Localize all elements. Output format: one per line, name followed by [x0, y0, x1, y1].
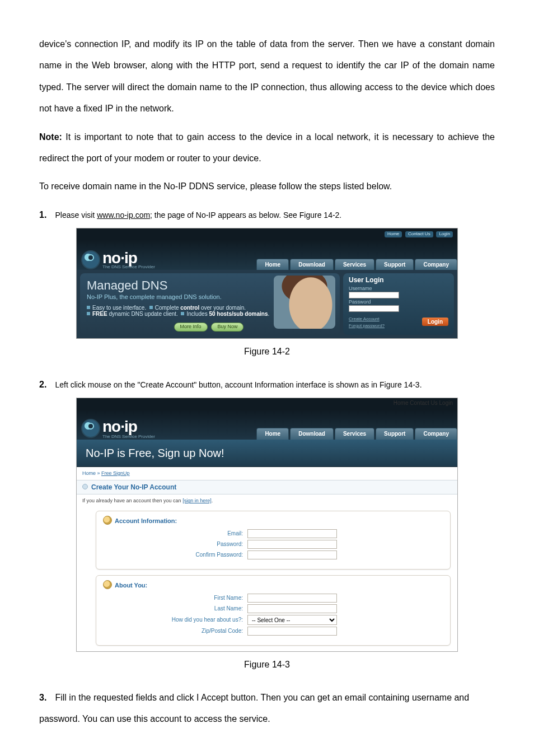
nav-home[interactable]: Home [256, 428, 289, 440]
nav-support[interactable]: Support [376, 428, 414, 440]
logo: no·ip The DNS Service Provider [81, 417, 155, 440]
note-paragraph: Note: It is important to note that to ga… [39, 127, 495, 170]
more-info-button[interactable]: More Info [174, 323, 208, 332]
util-contact[interactable]: Contact Us [410, 400, 437, 406]
hint-text: If you already have an account then you … [82, 498, 182, 503]
about-you-title: About You: [103, 580, 443, 589]
bullet-text: dynamic DNS update client. [107, 311, 178, 317]
bullet-bold: FREE [92, 311, 107, 317]
bullet-text: Easy to use interface. [92, 305, 146, 311]
nav-tabs: Home Download Services Support Company [255, 428, 457, 440]
step-number: 3. [39, 687, 53, 708]
logo-icon [81, 250, 100, 269]
forgot-password-link[interactable]: Forgot password? [349, 323, 385, 328]
first-name-input[interactable] [247, 594, 337, 603]
password-label: Password [349, 300, 448, 305]
breadcrumb-sep: » [96, 470, 101, 476]
site-header: no·ip The DNS Service Provider Home Down… [77, 240, 457, 270]
site-header: no·ip The DNS Service Provider Home Down… [77, 409, 457, 440]
bullet-bold: control [180, 305, 199, 311]
zip-input[interactable] [247, 627, 337, 636]
nav-company[interactable]: Company [415, 259, 457, 270]
nav-home[interactable]: Home [256, 259, 289, 270]
step-text: Left click mouse on the "Create Account"… [55, 380, 421, 389]
confirm-password-label: Confirm Password: [103, 552, 247, 558]
password-input[interactable] [349, 305, 399, 312]
step-text-part: Please visit [55, 211, 97, 220]
logo-tagline: The DNS Service Provider [102, 434, 155, 440]
create-account-link[interactable]: Create Account [349, 316, 380, 321]
nav-services[interactable]: Services [335, 428, 374, 440]
breadcrumb: Home » Free SignUp [77, 467, 457, 480]
util-login[interactable]: Login [439, 400, 453, 406]
step-text: Fill in the requested fields and click I… [39, 693, 469, 724]
signin-hint: If you already have an account then you … [77, 494, 457, 507]
nav-services[interactable]: Services [335, 259, 374, 270]
nav-tabs: Home Download Services Support Company [255, 259, 457, 270]
top-util-bar: Home Contact Us Login [77, 398, 457, 409]
login-button[interactable]: Login [422, 318, 448, 326]
step-number: 1. [39, 204, 53, 226]
username-input[interactable] [349, 292, 399, 298]
hero-panel: Managed DNS No-IP Plus, the complete man… [80, 273, 340, 335]
note-label: Note: [39, 132, 62, 142]
bullet-text: over your domain. [199, 305, 246, 311]
figure-caption: Figure 14-2 [39, 346, 495, 358]
util-home[interactable]: Home [385, 231, 402, 237]
about-you-card: About You: First Name: Last Name: How di… [96, 575, 451, 646]
email-label: Email: [103, 530, 247, 537]
util-contact[interactable]: Contact Us [405, 231, 433, 237]
username-label: Username [349, 286, 448, 292]
login-title: User Login [349, 277, 448, 284]
signin-here-link[interactable]: [sign in here] [182, 498, 212, 503]
body-paragraph: To receive domain name in the No-IP DDNS… [39, 176, 495, 197]
nav-company[interactable]: Company [415, 428, 457, 440]
hear-about-select[interactable]: -- Select One -- [247, 615, 337, 625]
nav-download[interactable]: Download [290, 428, 334, 440]
login-panel: User Login Username Password Create Acco… [343, 273, 454, 335]
bullet-text: . [268, 311, 269, 317]
noip-link[interactable]: www.no-ip.com [97, 211, 150, 220]
hear-about-label: How did you hear about us?: [103, 617, 247, 623]
figure-caption: Figure 14-3 [39, 659, 495, 671]
email-input[interactable] [247, 529, 337, 538]
bullet-text: Includes [186, 311, 209, 317]
figure-14-3-screenshot: Home Contact Us Login no·ip The DNS Serv… [76, 398, 458, 652]
last-name-input[interactable] [247, 604, 337, 613]
account-info-card: Account Information: Email: Password: Co… [96, 511, 451, 570]
note-body: It is important to note that to gain acc… [39, 132, 495, 163]
util-login[interactable]: Login [436, 231, 453, 237]
step-text: Please visit www.no-ip.com; the page of … [55, 211, 341, 220]
buy-now-button[interactable]: Buy Now [211, 323, 243, 332]
zip-label: Zip/Postal Code: [103, 628, 247, 634]
logo-text: no·ip [102, 417, 155, 436]
first-name-label: First Name: [103, 595, 247, 601]
bullet-bold: 50 hosts/sub domains [209, 311, 268, 317]
logo: no·ip The DNS Service Provider [81, 250, 155, 270]
nav-support[interactable]: Support [376, 259, 414, 270]
top-util-bar: Home Contact Us Login [77, 228, 457, 240]
password-label: Password: [103, 541, 247, 548]
breadcrumb-signup[interactable]: Free SignUp [101, 470, 130, 476]
section-title: Create Your No-IP Account [77, 480, 457, 494]
bullet-text: Complete [155, 305, 181, 311]
last-name-label: Last Name: [103, 605, 247, 612]
figure-14-2-screenshot: Home Contact Us Login no·ip The DNS Serv… [76, 228, 458, 339]
account-info-title: Account Information: [103, 516, 443, 525]
logo-tagline: The DNS Service Provider [102, 265, 155, 270]
step-text-part: ; the page of No-IP appears as below. Se… [150, 211, 341, 220]
breadcrumb-home[interactable]: Home [82, 470, 96, 476]
body-paragraph: device's connection IP, and modify its I… [39, 34, 495, 120]
hero-photo [274, 276, 335, 329]
password-input[interactable] [247, 540, 337, 549]
confirm-password-input[interactable] [247, 550, 337, 559]
logo-icon [81, 419, 100, 438]
nav-download[interactable]: Download [290, 259, 334, 270]
signup-banner: No-IP is Free, Sign up Now! [77, 440, 457, 467]
step-number: 2. [39, 374, 53, 395]
util-home[interactable]: Home [394, 400, 409, 406]
